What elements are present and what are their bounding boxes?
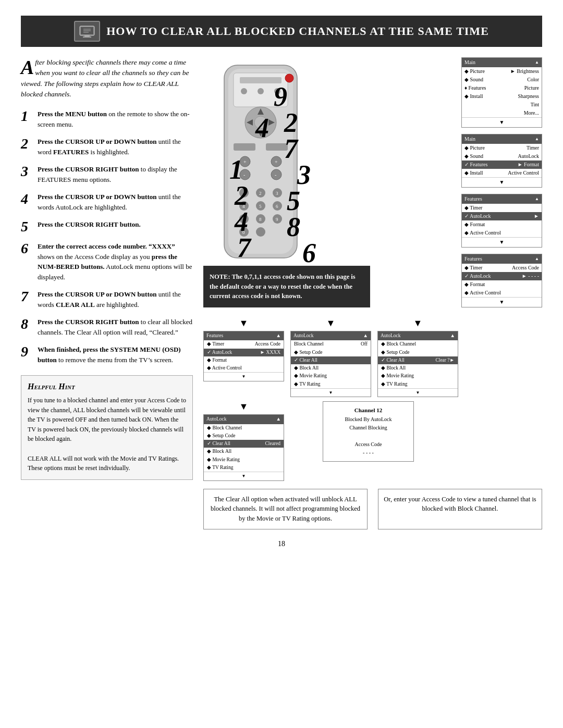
menu-al-footer: ▼ — [462, 237, 542, 247]
menu-ac-label: Features — [464, 255, 482, 263]
menu-features-arrows: ▲ — [535, 136, 539, 142]
smb4-header: AutoLock▲ — [204, 415, 284, 424]
menu-main-arrows: ▲ — [535, 59, 539, 65]
menu-ac-row4: ◆ Active Control — [462, 289, 542, 297]
menu-box-ac-header: Features ▲ — [462, 254, 542, 264]
lower-section: ▼ Features▲ ◆ TimerAccess Code ✓ AutoLoc… — [203, 318, 542, 529]
remote-number-5: 5 — [287, 188, 300, 215]
smb1-r4: ◆ Active Control — [204, 364, 284, 372]
step-content-6: Enter the correct access code number. “X… — [38, 241, 193, 282]
smb3-r2: ✓ Clear AllClear ?► — [378, 356, 458, 364]
menu-box-features: Main ▲ ◆ PictureTimer ◆ SoundAutoLock ✓ … — [461, 134, 542, 188]
bottom-left-text: The Clear All option when activated will… — [211, 496, 360, 523]
smb1-header: Features▲ — [204, 331, 284, 340]
menu-group-1: ▼ Features▲ ◆ TimerAccess Code ✓ AutoLoc… — [203, 318, 284, 381]
svg-rect-3 — [83, 36, 91, 38]
menu-feat-row1: ◆ PictureTimer — [462, 144, 542, 152]
step-3: 3 Press the CURSOR RIGHT button to displ… — [21, 164, 193, 184]
step-5: 5 Press the CURSOR RIGHT button. — [21, 219, 193, 234]
svg-text:3: 3 — [276, 191, 278, 196]
smb2-r5: ◆ TV Rating — [291, 380, 371, 388]
menu-main-footer: ▼ — [462, 117, 542, 127]
access-code-dashes: - - - - — [327, 449, 409, 457]
channel-title: Channel 12 — [327, 406, 409, 415]
step-9: 9 When finished, press the SYSTEM MENU (… — [21, 344, 193, 365]
arrow-down-1: ▼ — [239, 318, 249, 329]
hint-text: If you tune to a blocked channel and ent… — [28, 396, 186, 473]
svg-text:-: - — [275, 172, 276, 178]
menu-main-row1: ◆ Picture► Brightness — [462, 67, 542, 76]
left-column: After blocking specific channels there m… — [21, 57, 193, 529]
step-number-6: 6 — [21, 241, 32, 256]
svg-rect-2 — [84, 35, 90, 36]
smb4-r2: ✓ Clear AllCleared — [204, 440, 284, 448]
smb3-r4: ◆ Movie Rating — [378, 372, 458, 380]
remote-number-4b: 4 — [235, 208, 248, 236]
step-content-5: Press the CURSOR RIGHT button. — [38, 219, 141, 230]
step-content-4: Press the CURSOR UP or DOWN button until… — [38, 192, 193, 212]
svg-text:6: 6 — [276, 204, 278, 209]
smb2-r0: Block ChannelOff — [291, 340, 371, 348]
svg-text:+: + — [275, 159, 278, 165]
svg-point-41 — [256, 227, 265, 237]
menu-ac-footer: ▼ — [462, 297, 542, 307]
page-title: How to Clear All Blocked Channels at the… — [106, 24, 489, 38]
smb3-r1: ◆ Setup Code — [378, 349, 458, 356]
smb4-r1: ◆ Setup Code — [204, 432, 284, 440]
small-menu-4: AutoLock▲ ◆ Block Channel ◆ Setup Code ✓… — [203, 414, 284, 480]
channel-blocked-box: Channel 12 Blocked By AutoLock Channel B… — [323, 401, 414, 462]
step-number-1: 1 — [21, 109, 32, 124]
svg-text:5: 5 — [259, 204, 262, 209]
menu-box-autolock: Features ▲ ◆ Timer ✓ AutoLock► ◆ Format — [461, 194, 542, 248]
step-2: 2 Press the CURSOR UP or DOWN button unt… — [21, 137, 193, 157]
step-content-2: Press the CURSOR UP or DOWN button until… — [38, 137, 193, 157]
remote-number-2b: 2 — [235, 182, 248, 209]
menu-main-row5: Tint — [462, 101, 542, 109]
smb4-r3: ◆ Block All — [204, 448, 284, 455]
intro-text: fter blocking specific channels there ma… — [21, 58, 189, 98]
step-1: 1 Press the MENU button on the remote to… — [21, 109, 193, 129]
small-menu-2: AutoLock▲ Block ChannelOff ◆ Setup Code … — [290, 331, 371, 397]
drop-cap: A — [21, 59, 34, 75]
smb1-r2: ✓ AutoLock► XXXX — [204, 349, 284, 356]
step-4: 4 Press the CURSOR UP or DOWN button unt… — [21, 192, 193, 212]
step-number-5: 5 — [21, 219, 32, 234]
menu-feat-row3: ✓ Features► Format — [462, 161, 542, 169]
smb2-r2: ✓ Clear All — [291, 356, 371, 364]
step-content-3: Press the CURSOR RIGHT button to display… — [38, 164, 193, 184]
menu-feat-footer: ▼ — [462, 177, 542, 187]
right-column: Main ▲ ◆ Picture► Brightness ◆ SoundColo… — [203, 57, 542, 529]
menu-autolock-label: Features — [464, 195, 482, 203]
smb2-r3: ◆ Block All — [291, 364, 371, 372]
menu-group-2: ▼ AutoLock▲ Block ChannelOff ◆ Setup Cod… — [290, 318, 371, 397]
menu-al-row3: ◆ Format — [462, 220, 542, 229]
smb1-r1: ◆ TimerAccess Code — [204, 340, 284, 348]
arrow-down-2: ▼ — [326, 318, 336, 329]
menu-main-row3: ♦ FeaturesPicture — [462, 84, 542, 92]
remote-number-2: 2 — [284, 109, 298, 137]
smb1-r3: ◆ Format — [204, 356, 284, 364]
smb3-r5: ◆ TV Rating — [378, 380, 458, 388]
menu-row-bottom: ▼ AutoLock▲ ◆ Block Channel ◆ Setup Code… — [203, 401, 542, 480]
smb2-r1: ◆ Setup Code — [291, 349, 371, 356]
intro-paragraph: After blocking specific channels there m… — [21, 57, 193, 100]
smb3-r3: ◆ Block All — [378, 364, 458, 372]
step-number-4: 4 — [21, 192, 32, 206]
menu-main-label: Main — [464, 59, 475, 66]
arrow-down-4: ▼ — [239, 401, 249, 412]
menu-main-row2: ◆ SoundColor — [462, 76, 542, 84]
menu-box-main: Main ▲ ◆ Picture► Brightness ◆ SoundColo… — [461, 57, 542, 128]
menu-autolock-arrows: ▲ — [535, 196, 539, 202]
svg-rect-21 — [234, 143, 255, 151]
channel-blocked-label: Blocked By AutoLock — [327, 415, 409, 424]
step-8: 8 Press the CURSOR RIGHT button to clear… — [21, 317, 193, 337]
bottom-right-text: Or, enter your Access Code to view a tun… — [384, 496, 536, 513]
step-content-7: Press the CURSOR UP or DOWN button until… — [38, 289, 193, 310]
note-box: NOTE: The 0,7,1,1 access code shown on t… — [203, 266, 370, 307]
step-number-8: 8 — [21, 317, 32, 331]
bottom-info-right: Or, enter your Access Code to view a tun… — [378, 489, 542, 529]
menu-box-features-header: Main ▲ — [462, 134, 542, 144]
menu-ac-row2: ✓ AutoLock► - - - - — [462, 272, 542, 280]
access-code-label: Access Code — [327, 440, 409, 449]
remote-number-6: 6 — [302, 240, 316, 267]
